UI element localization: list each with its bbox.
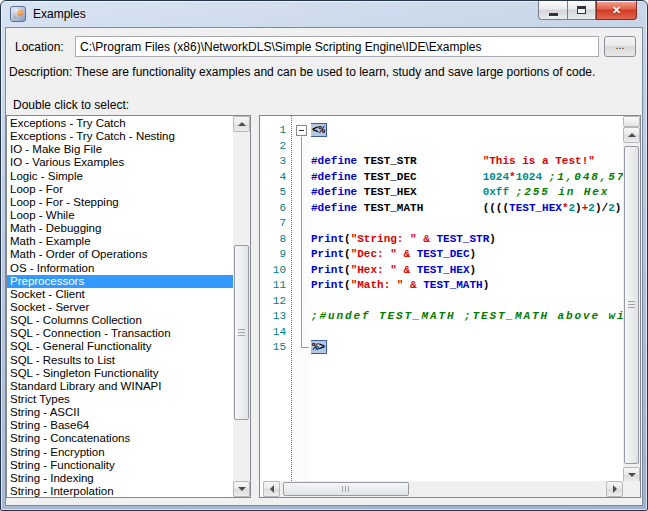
up-arrow-icon <box>238 122 246 126</box>
list-item[interactable]: SQL - Columns Collection <box>7 314 233 327</box>
scroll-up-button[interactable] <box>623 127 640 143</box>
list-item[interactable]: String - Base64 <box>7 419 233 432</box>
list-item[interactable]: String - Functionality <box>7 459 233 472</box>
scroll-down-button[interactable] <box>233 481 250 497</box>
line-number: 7 <box>260 216 291 232</box>
splitter-button[interactable] <box>623 116 640 127</box>
line-number: 6 <box>260 201 291 217</box>
scroll-thumb[interactable] <box>624 146 639 464</box>
fold-collapse-button[interactable] <box>296 125 307 136</box>
scroll-thumb[interactable] <box>234 245 249 420</box>
line-number: 2 <box>260 139 291 155</box>
list-item[interactable]: String - Encryption <box>7 446 233 459</box>
code-line: Print("String: " & TEST_STR) <box>311 232 623 248</box>
window-title: Examples <box>33 1 86 27</box>
list-item[interactable]: SQL - Connection - Transaction <box>7 327 233 340</box>
list-item[interactable]: Socket - Server <box>7 301 233 314</box>
code-line: #define TEST_HEX 0xff ;255 in Hex <box>311 185 623 201</box>
down-arrow-icon <box>628 473 636 477</box>
location-label: Location: <box>15 40 64 54</box>
list-item[interactable]: SQL - Singleton Functionality <box>7 367 233 380</box>
code-line <box>311 325 623 341</box>
fold-margin <box>293 116 310 481</box>
list-item[interactable]: String - Concatenations <box>7 432 233 445</box>
list-item[interactable]: Logic - Simple <box>7 170 233 183</box>
code-line: #define TEST_STR "This is a Test!" <box>311 154 623 170</box>
list-item[interactable]: String - ASCII <box>7 406 233 419</box>
code-line: %> <box>311 340 623 356</box>
list-item[interactable]: SQL - Results to List <box>7 354 233 367</box>
line-number: 14 <box>260 325 291 341</box>
app-icon <box>10 6 26 22</box>
list-item[interactable]: Loop - While <box>7 209 233 222</box>
code-text-area[interactable]: <%#define TEST_STR "This is a Test!"#def… <box>311 116 623 481</box>
orange-dot-icon <box>17 10 23 16</box>
code-line <box>311 216 623 232</box>
maximize-button[interactable] <box>567 1 596 20</box>
list-item[interactable]: Exceptions - Try Catch <box>7 117 233 130</box>
code-editor[interactable]: 123456789101112131415 <%#define TEST_STR… <box>259 115 641 498</box>
list-instruction-label: Double click to select: <box>13 98 129 112</box>
list-item[interactable]: IO - Various Examples <box>7 156 233 169</box>
line-number: 3 <box>260 154 291 170</box>
code-line: Print("Math: " & TEST_MATH) <box>311 278 623 294</box>
line-number: 1 <box>260 123 291 139</box>
line-number: 12 <box>260 294 291 310</box>
listbox-items: Exceptions - Try CatchExceptions - Try C… <box>7 117 233 497</box>
code-line: #define TEST_MATH ((((TEST_HEX*2)+2)/2) <box>311 201 623 217</box>
down-arrow-icon <box>238 487 246 491</box>
examples-listbox[interactable]: Exceptions - Try CatchExceptions - Try C… <box>6 115 251 498</box>
list-item[interactable]: IO - Make Big File <box>7 143 233 156</box>
list-item[interactable]: Standard Library and WINAPI <box>7 380 233 393</box>
list-item[interactable]: SQL - General Functionality <box>7 340 233 353</box>
line-numbers: 123456789101112131415 <box>260 123 291 356</box>
list-item[interactable]: Socket - Client <box>7 288 233 301</box>
minus-icon <box>299 130 304 131</box>
dialog-client-area: Location: ... Description: These are fun… <box>5 27 643 506</box>
thumb-grip-icon <box>238 329 245 337</box>
code-line: #define TEST_DEC 1024*1024 ;1,048,576 <box>311 170 623 186</box>
fold-corner <box>301 347 309 348</box>
code-line <box>311 139 623 155</box>
close-button[interactable]: ✕ <box>596 1 637 20</box>
list-item[interactable]: Loop - For - Stepping <box>7 196 233 209</box>
thumb-grip-icon <box>342 486 350 492</box>
editor-vertical-scrollbar[interactable] <box>623 116 640 483</box>
close-icon: ✕ <box>612 5 621 16</box>
code-line: <% <box>311 123 623 139</box>
line-number: 10 <box>260 263 291 279</box>
title-bar[interactable]: Examples ✕ <box>1 1 647 27</box>
scroll-right-button[interactable] <box>606 481 623 497</box>
list-item[interactable]: Math - Example <box>7 235 233 248</box>
list-item[interactable]: String - Indexing <box>7 472 233 485</box>
line-number: 5 <box>260 185 291 201</box>
left-arrow-icon <box>270 485 274 493</box>
scroll-up-button[interactable] <box>233 116 250 132</box>
code-line: Print("Dec: " & TEST_DEC) <box>311 247 623 263</box>
minimize-icon <box>549 13 558 16</box>
line-number: 9 <box>260 247 291 263</box>
location-input[interactable] <box>75 36 599 57</box>
minimize-button[interactable] <box>538 1 567 20</box>
list-item[interactable]: Strict Types <box>7 393 233 406</box>
browse-button[interactable]: ... <box>604 36 636 57</box>
list-item[interactable]: Math - Debugging <box>7 222 233 235</box>
description-label: Description: <box>9 65 72 79</box>
window-controls: ✕ <box>538 1 637 20</box>
editor-horizontal-scrollbar[interactable] <box>263 481 623 497</box>
list-item[interactable]: Math - Order of Operations <box>7 248 233 261</box>
list-item[interactable]: OS - Information <box>7 262 233 275</box>
line-number: 4 <box>260 170 291 186</box>
scroll-thumb[interactable] <box>283 482 409 496</box>
right-arrow-icon <box>613 485 617 493</box>
list-item[interactable]: Loop - For <box>7 183 233 196</box>
list-item[interactable]: Exceptions - Try Catch - Nesting <box>7 130 233 143</box>
list-item[interactable]: String - Interpolation <box>7 485 233 497</box>
examples-dialog: Examples ✕ Location: ... Description: Th… <box>0 0 648 511</box>
list-item[interactable]: Preprocessors <box>7 275 233 288</box>
listbox-vertical-scrollbar[interactable] <box>233 116 250 497</box>
scroll-left-button[interactable] <box>263 481 280 497</box>
up-arrow-icon <box>628 133 636 137</box>
line-number: 11 <box>260 278 291 294</box>
code-line: ;#undef TEST_MATH ;TEST_MATH above will … <box>311 309 623 325</box>
